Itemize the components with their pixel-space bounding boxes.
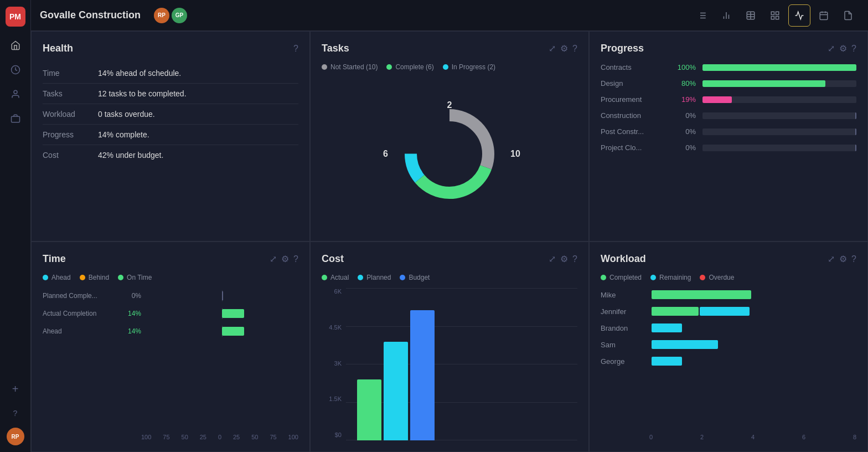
sidebar-item-history[interactable]	[6, 60, 25, 80]
progress-bar-bg-contracts	[702, 64, 856, 71]
health-value-progress: 14% complete.	[98, 130, 149, 139]
workload-actions: ⤢ ⚙ ?	[828, 254, 856, 264]
progress-item-procurement: Procurement 19%	[601, 95, 856, 104]
time-pct-ahead: 14%	[119, 327, 141, 335]
svg-rect-20	[820, 12, 828, 20]
workload-dot-overdue	[700, 275, 705, 280]
topbar: Govalle Construction RP GP	[31, 0, 868, 31]
workload-settings-icon[interactable]: ⚙	[839, 254, 847, 264]
time-pct-actual: 14%	[119, 310, 141, 317]
workload-list: Mike Jennifer	[601, 290, 856, 429]
tasks-expand-icon[interactable]: ⤢	[549, 43, 556, 54]
donut-chart-container: 6 2 10	[322, 78, 577, 230]
cost-help-icon[interactable]: ?	[572, 254, 577, 264]
chart-view-button[interactable]	[715, 4, 737, 27]
time-help-icon[interactable]: ?	[293, 254, 298, 264]
progress-bar-bg-procurement	[702, 96, 856, 103]
time-legend-ahead: Ahead	[43, 274, 71, 281]
time-expand-icon[interactable]: ⤢	[270, 254, 277, 264]
donut-label-right: 10	[510, 149, 520, 159]
time-bar-actual	[146, 308, 298, 319]
sidebar-item-users[interactable]	[6, 84, 25, 104]
time-legend-behind: Behind	[80, 274, 109, 281]
health-row-tasks: Tasks 12 tasks to be completed.	[43, 84, 298, 104]
sidebar-help-button[interactable]: ?	[6, 403, 25, 423]
time-settings-icon[interactable]: ⚙	[281, 254, 289, 264]
cost-label-budget: Budget	[409, 274, 430, 281]
svg-rect-17	[776, 12, 779, 14]
cost-bar-group-1	[357, 310, 435, 440]
progress-help-icon[interactable]: ?	[851, 44, 856, 54]
calendar-view-button[interactable]	[813, 4, 835, 27]
progress-actions: ⤢ ⚙ ?	[828, 43, 856, 54]
health-help-icon[interactable]: ?	[293, 44, 298, 54]
workload-help-icon[interactable]: ?	[851, 254, 856, 264]
workload-axis-2: 2	[700, 434, 704, 440]
health-label-time: Time	[43, 69, 98, 78]
svg-rect-19	[776, 16, 779, 19]
workload-title: Workload	[601, 253, 646, 265]
tasks-panel: Tasks ⤢ ⚙ ? Not Started (10) Complete (6…	[310, 31, 589, 242]
progress-pct-project-close: 0%	[674, 143, 696, 152]
cost-settings-icon[interactable]: ⚙	[560, 254, 568, 264]
time-axis-0: 0	[218, 434, 221, 440]
workload-bar-sam-remaining	[652, 340, 718, 349]
tasks-panel-header: Tasks ⤢ ⚙ ?	[322, 43, 577, 54]
time-axis: 100 75 50 25 0 25 50 75 100	[43, 434, 298, 440]
health-value-workload: 0 tasks overdue.	[98, 110, 155, 119]
cost-expand-icon[interactable]: ⤢	[549, 254, 556, 264]
time-row-actual: Actual Completion 14%	[43, 308, 298, 319]
workload-dot-remaining	[650, 275, 656, 280]
avatar-gp[interactable]: GP	[172, 8, 187, 23]
grid-view-button[interactable]	[764, 4, 786, 27]
cost-legend: Actual Planned Budget	[322, 274, 577, 281]
time-bar-planned	[146, 290, 298, 301]
list-view-button[interactable]	[691, 4, 713, 27]
workload-panel-header: Workload ⤢ ⚙ ?	[601, 253, 856, 265]
progress-title: Progress	[601, 43, 644, 54]
app-logo[interactable]: PM	[6, 7, 25, 27]
cost-panel: Cost ⤢ ⚙ ? Actual Planned Budg	[310, 242, 589, 452]
workload-name-brandon: Brandon	[601, 324, 645, 332]
time-axis-50-left: 50	[182, 434, 188, 440]
svg-point-1	[14, 90, 17, 94]
document-view-button[interactable]	[837, 4, 859, 27]
progress-pct-design: 80%	[674, 79, 696, 88]
avatar-rp[interactable]: RP	[154, 8, 169, 23]
workload-name-george: George	[601, 357, 645, 366]
health-row-cost: Cost 42% under budget.	[43, 145, 298, 165]
time-title: Time	[43, 253, 66, 265]
sidebar-item-home[interactable]	[6, 35, 25, 55]
workload-bars-brandon	[652, 323, 856, 332]
pulse-view-button[interactable]	[788, 4, 810, 27]
sidebar-add-button[interactable]: +	[6, 379, 25, 399]
cost-legend-planned: Planned	[358, 274, 391, 281]
progress-bar-bg-post-construction	[702, 129, 856, 135]
progress-settings-icon[interactable]: ⚙	[839, 43, 847, 54]
tasks-help-icon[interactable]: ?	[572, 44, 577, 54]
time-panel-header: Time ⤢ ⚙ ?	[43, 253, 298, 265]
workload-row-george: George	[601, 357, 856, 366]
time-axis-100-right: 100	[288, 434, 298, 440]
progress-expand-icon[interactable]: ⤢	[828, 43, 835, 54]
table-view-button[interactable]	[740, 4, 762, 27]
workload-bar-jennifer-completed	[652, 307, 699, 316]
time-row-planned: Planned Comple... 0%	[43, 290, 298, 301]
time-pct-planned: 0%	[119, 292, 141, 300]
time-chart: Planned Comple... 0% Actual Completion 1…	[43, 290, 298, 427]
svg-rect-2	[11, 116, 19, 122]
sidebar-item-projects[interactable]	[6, 109, 25, 129]
legend-dot-complete	[386, 64, 392, 70]
health-row-progress: Progress 14% complete.	[43, 125, 298, 145]
cost-y-3k: 3K	[322, 360, 342, 367]
time-label-ontime: On Time	[127, 274, 152, 281]
tasks-actions: ⤢ ⚙ ?	[549, 43, 577, 54]
sidebar-user-avatar[interactable]: RP	[7, 428, 24, 445]
workload-expand-icon[interactable]: ⤢	[828, 254, 835, 264]
time-legend: Ahead Behind On Time	[43, 274, 298, 281]
time-bar-ahead-fill	[222, 327, 244, 336]
tasks-settings-icon[interactable]: ⚙	[560, 43, 568, 54]
tasks-legend: Not Started (10) Complete (6) In Progres…	[322, 63, 577, 71]
time-chart-area: Planned Comple... 0% Actual Completion 1…	[43, 290, 298, 440]
progress-tick-project-close	[855, 145, 856, 151]
